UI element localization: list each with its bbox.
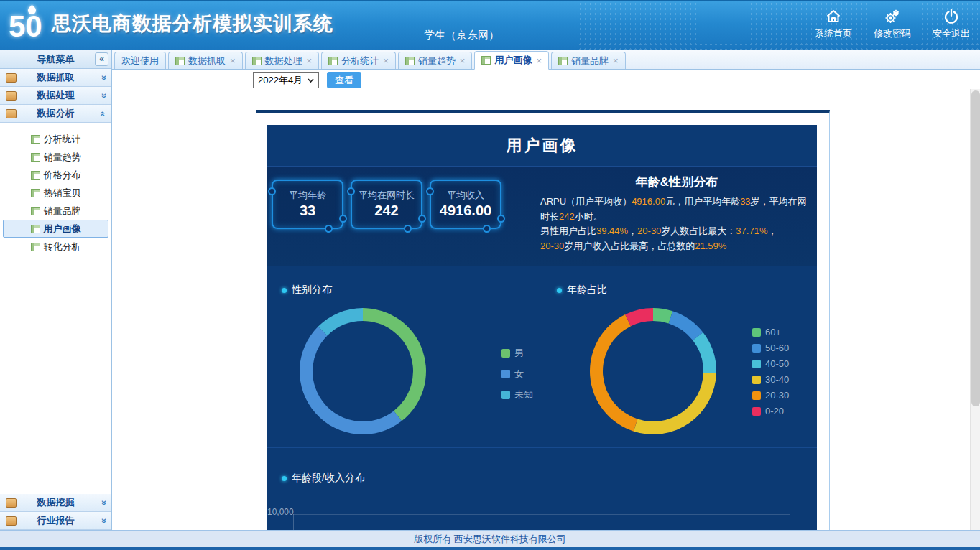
sidebar-item[interactable]: 转化分析 [3, 238, 108, 256]
home-button[interactable]: 系统首页 [815, 8, 852, 40]
sheet-icon [31, 153, 40, 162]
tab-close-icon[interactable]: × [613, 55, 619, 66]
change-password-label: 修改密码 [874, 27, 911, 40]
card-notch [418, 215, 426, 223]
folder-icon [6, 91, 17, 101]
app-logo: 50 [9, 6, 49, 47]
sidebar-item-label: 销量品牌 [44, 205, 81, 218]
age-chart-title: 年龄占比 [567, 284, 607, 297]
summary-segment: 岁人数占比最大： [661, 225, 736, 236]
folder-icon [6, 498, 17, 508]
sidebar-group-label: 行业报告 [37, 514, 75, 527]
stat-card: 平均在网时长242 [351, 180, 422, 229]
card-notch [339, 215, 347, 223]
sidebar-item[interactable]: 销量品牌 [3, 202, 108, 220]
legend-swatch [752, 344, 761, 353]
legend-item[interactable]: 30-40 [752, 374, 789, 385]
legend-label: 男 [514, 347, 524, 360]
sidebar-item[interactable]: 热销宝贝 [3, 184, 108, 202]
legend-item[interactable]: 0-20 [752, 406, 789, 416]
view-button[interactable]: 查看 [327, 72, 361, 88]
legend-item[interactable]: 50-60 [752, 342, 789, 353]
card-notch [426, 187, 434, 195]
sidebar-group[interactable]: 数据挖掘« [0, 494, 111, 512]
month-select[interactable]: 2022年4月 [253, 72, 319, 88]
legend-item[interactable]: 60+ [752, 327, 789, 337]
stat-card-label: 平均在网时长 [352, 189, 421, 202]
sidebar-item[interactable]: 价格分布 [3, 166, 108, 184]
legend-swatch [501, 370, 510, 378]
card-notch [497, 215, 505, 223]
sidebar-group[interactable]: 数据分析« [0, 105, 111, 123]
tab-item[interactable]: 销量趋势× [398, 52, 473, 69]
donut-slice [300, 327, 402, 434]
sheet-icon [405, 57, 415, 65]
dashboard-title: 用户画像 [267, 125, 817, 166]
scrollbar-thumb[interactable] [971, 90, 980, 406]
gender-chart-title-row: 性别分布 [282, 284, 332, 297]
donut-slice [318, 308, 363, 336]
folder-icon [6, 73, 17, 83]
tab-close-icon[interactable]: × [536, 55, 542, 66]
sidebar-group-label: 数据挖掘 [37, 496, 75, 509]
stat-cards: 平均年龄33平均在网时长242平均收入4916.00 [272, 180, 501, 229]
chevron-up-icon: « [98, 111, 108, 116]
tab-item[interactable]: 分析统计× [321, 52, 396, 69]
legend-label: 0-20 [765, 406, 784, 416]
legend-item[interactable]: 20-30 [752, 390, 789, 401]
change-password-button[interactable]: 修改密码 [874, 8, 911, 40]
home-icon [825, 8, 842, 25]
sidebar-group[interactable]: 数据抓取« [0, 69, 111, 87]
sheet-icon [31, 243, 40, 251]
tab-item[interactable]: 数据处理× [245, 52, 320, 69]
legend-label: 30-40 [765, 374, 789, 385]
tab-close-icon[interactable]: × [307, 55, 313, 66]
legend-label: 50-60 [765, 342, 789, 353]
tab-item[interactable]: 用户画像× [474, 51, 549, 70]
tab-close-icon[interactable]: × [460, 55, 466, 66]
donut-slice [634, 373, 716, 434]
legend-item[interactable]: 未知 [501, 388, 533, 401]
summary-segment: ， [628, 225, 637, 236]
sidebar-group[interactable]: 数据处理« [0, 87, 111, 105]
summary-heading: 年龄&性别分布 [540, 174, 813, 190]
gender-legend: 男女未知 [501, 347, 533, 401]
tab-item[interactable]: 销量品牌× [551, 52, 626, 69]
legend-swatch [501, 349, 510, 358]
user-role-label: 学生（京东网） [424, 29, 499, 42]
tab-content: 2022年4月 查看 用户画像 平均年龄33平均在网时长242平均收入4916.… [112, 70, 980, 530]
sidebar-item[interactable]: 分析统计 [3, 130, 108, 148]
sheet-icon [31, 135, 40, 144]
card-notch [325, 225, 333, 233]
sidebar-group-label: 数据抓取 [37, 71, 75, 84]
sidebar-title: 导航菜单 [37, 53, 75, 66]
chevron-down-icon: « [98, 500, 108, 505]
header-actions: 系统首页 修改密码 安全退出 [815, 8, 970, 40]
sidebar-item[interactable]: 用户画像 [3, 220, 108, 238]
tab-label: 销量趋势 [418, 55, 456, 67]
logout-button[interactable]: 安全退出 [933, 8, 970, 40]
chevron-down-icon [308, 78, 314, 83]
tab-close-icon[interactable]: × [383, 55, 389, 66]
tab-label: 分析统计 [341, 55, 379, 67]
user-portrait-dashboard: 用户画像 平均年龄33平均在网时长242平均收入4916.00 年龄&性别分布 … [267, 125, 817, 548]
tab-close-icon[interactable]: × [230, 55, 236, 66]
sidebar-item-label: 价格分布 [44, 169, 81, 182]
donut-slice [669, 311, 703, 340]
tab-item[interactable]: 数据抓取× [168, 52, 243, 69]
legend-item[interactable]: 女 [501, 368, 533, 381]
gender-chart-title: 性别分布 [292, 284, 332, 297]
sheet-icon [481, 56, 491, 65]
sidebar-item[interactable]: 销量趋势 [3, 148, 108, 166]
sidebar-group[interactable]: 行业报告« [0, 512, 111, 530]
chevron-down-icon: « [98, 75, 108, 80]
stat-card: 平均年龄33 [272, 180, 343, 229]
legend-item[interactable]: 男 [501, 347, 533, 360]
vertical-scrollbar[interactable] [970, 89, 980, 530]
tab-item[interactable]: 欢迎使用 [114, 52, 166, 69]
chevron-down-icon: « [98, 518, 108, 523]
month-select-value: 2022年4月 [258, 74, 302, 87]
sheet-icon [31, 189, 40, 197]
legend-item[interactable]: 40-50 [752, 358, 789, 369]
collapse-sidebar-button[interactable]: « [95, 52, 108, 66]
